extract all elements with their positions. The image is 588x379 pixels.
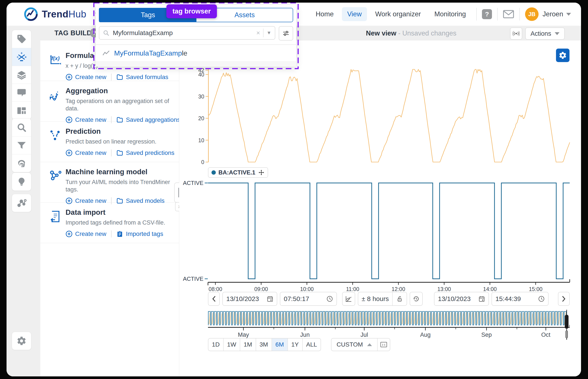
start-time-field[interactable]: 07:50:17 [280, 292, 337, 306]
time-controls: 13/10/2023 07:50:17 ± 8 hours 13/10/2023… [208, 292, 570, 306]
section-title: Aggregation [65, 87, 172, 95]
rail-filter-button[interactable] [12, 136, 31, 154]
search-icon [103, 30, 109, 36]
aggregation-waves-icon [49, 88, 63, 102]
popup-footer [96, 62, 296, 67]
calendar-icon [479, 296, 485, 302]
svg-text:f(x): f(x) [51, 55, 60, 61]
rail-tag-button[interactable] [12, 30, 31, 48]
search-filter-button[interactable] [279, 26, 293, 41]
preset-3m[interactable]: 3M [256, 338, 272, 351]
custom-range-button[interactable]: CUSTOM [331, 338, 377, 351]
pen-color-dot [212, 170, 216, 175]
preset-6m[interactable]: 6M [272, 338, 287, 351]
trendhub-logo-icon [24, 7, 38, 22]
saved-predictions-link[interactable]: Saved predictions [111, 149, 174, 156]
brand-logo[interactable]: TrendHub [24, 7, 100, 22]
clock-icon [538, 296, 545, 302]
section-prediction: Prediction Predict based on linear regre… [40, 122, 179, 162]
saved-formulas-link[interactable]: Saved formulas [111, 74, 168, 80]
section-description: Turn your AI/ML models into TrendMiner t… [65, 179, 172, 193]
search-result-row[interactable]: MyFormulaTagExample [96, 45, 296, 62]
svg-text:15:00: 15:00 [529, 286, 542, 292]
comment-icon [16, 88, 27, 98]
svg-text:÷: ÷ [17, 55, 19, 59]
prediction-scatter-icon [49, 128, 63, 142]
analog-series-line [208, 69, 570, 162]
rail-layers-button[interactable] [12, 66, 31, 84]
imported-tags-link[interactable]: Imported tags [111, 230, 163, 237]
preset-1w[interactable]: 1W [223, 338, 240, 351]
analog-trend-chart: 01020304042 [192, 65, 573, 166]
end-time-field[interactable]: 15:44:39 [492, 292, 549, 306]
pan-left-button[interactable] [208, 292, 220, 306]
svg-text:14:00: 14:00 [483, 286, 497, 292]
svg-text:ACTIVE: ACTIVE [183, 180, 203, 186]
duration-lock-button[interactable] [392, 292, 407, 305]
user-name[interactable]: Jeroen [542, 10, 563, 18]
history-button[interactable] [410, 292, 423, 306]
brand-name: TrendHub [42, 9, 86, 20]
context-overview-strip[interactable]: MayJunJulAugSepOct [208, 310, 570, 340]
chart-settings-button[interactable] [556, 48, 570, 62]
history-icon [413, 295, 420, 302]
month-axis: MayJunJulAugSepOct [208, 325, 570, 338]
fit-view-button[interactable] [377, 338, 390, 351]
preset-all[interactable]: ALL [302, 338, 321, 351]
search-dropdown-icon[interactable]: ▼ [266, 30, 271, 36]
rail-fingerprint-button[interactable] [12, 154, 31, 172]
duration-field[interactable]: ± 8 hours [358, 292, 392, 305]
avatar[interactable]: JB [525, 7, 539, 21]
start-date-field[interactable]: 13/10/2023 [222, 292, 277, 306]
clock-icon [326, 296, 333, 302]
actions-button[interactable]: Actions [525, 28, 565, 40]
rail-tag-builder-button[interactable]: + ÷ × [12, 48, 31, 66]
tag-chip-ba-active1[interactable]: BA:ACTIVE.1 [208, 167, 268, 178]
header-divider [519, 8, 520, 20]
rail-search-button[interactable] [12, 118, 31, 136]
formula-operations-icon: + ÷ × [16, 52, 27, 62]
nav-work-organizer[interactable]: Work organizer [370, 7, 426, 21]
section-data-import: Data import Imported tags defined from a… [40, 203, 179, 243]
create-new-prediction-link[interactable]: Create new [65, 149, 106, 156]
y-axis: 01020304042 [198, 67, 208, 165]
clear-search-icon[interactable]: × [256, 29, 260, 37]
rail-comments-button[interactable] [12, 84, 31, 101]
help-icon[interactable]: ? [482, 9, 492, 19]
svg-text:13:00: 13:00 [437, 286, 451, 292]
tag-search-input[interactable] [112, 29, 253, 37]
nav-monitoring[interactable]: Monitoring [429, 7, 471, 21]
preset-1d[interactable]: 1D [208, 338, 223, 351]
nav-view[interactable]: View [342, 7, 367, 21]
fingerprint-icon [16, 158, 27, 168]
pan-right-button[interactable] [558, 292, 570, 306]
result-tag-name: MyFormulaTagExample [114, 49, 187, 57]
preset-1m[interactable]: 1M [240, 338, 256, 351]
mail-icon[interactable] [503, 10, 514, 19]
clipboard-icon [116, 230, 123, 237]
trend-zigzag-icon [102, 50, 110, 56]
nav-home[interactable]: Home [310, 7, 339, 21]
rail-dashboard-button[interactable] [12, 101, 31, 119]
svg-text:×: × [25, 55, 27, 59]
dashboard-icon [16, 106, 27, 116]
left-icon-rail: + ÷ × [7, 41, 40, 376]
end-date-field[interactable]: 13/10/2023 [434, 292, 489, 306]
rail-process-flow-button[interactable] [12, 194, 31, 212]
move-icon[interactable] [258, 169, 265, 176]
main-nav: Home View Work organizer Monitoring [310, 7, 471, 21]
preset-1y[interactable]: 1Y [287, 338, 302, 351]
rail-settings-button[interactable] [12, 332, 31, 350]
plus-circle-icon [65, 149, 73, 156]
compare-mode-button[interactable] [342, 292, 355, 306]
live-broadcast-button[interactable] [510, 28, 522, 40]
state-axis: ACTIVEINACTIVE [183, 180, 208, 282]
user-menu-chevron-icon[interactable] [566, 13, 571, 16]
section-description: Tag operations on an aggregation set of … [65, 98, 172, 112]
svg-text:Sep: Sep [481, 332, 492, 338]
rail-insights-button[interactable] [12, 173, 31, 190]
create-new-import-link[interactable]: Create new [65, 230, 106, 237]
create-new-formula-link[interactable]: Create new [65, 74, 106, 80]
tag-icon [16, 34, 27, 44]
fit-screen-icon [380, 342, 387, 347]
